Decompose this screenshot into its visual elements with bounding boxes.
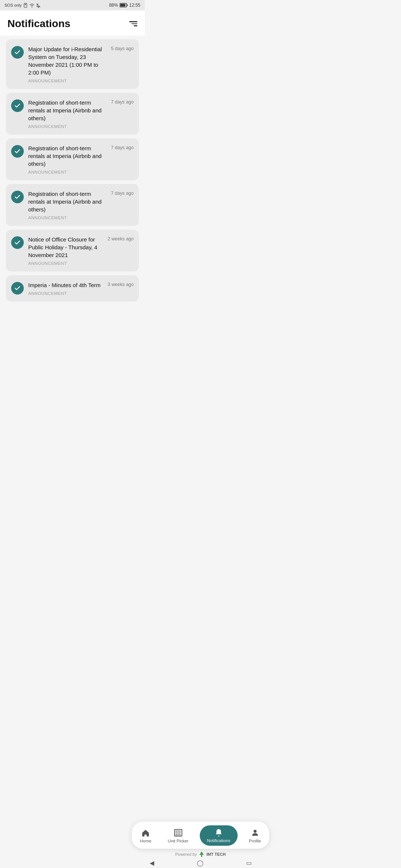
notification-header-row-6: Imperia - Minutes of 4th Term 3 weeks ag…	[28, 281, 134, 289]
notification-type-5: ANNOUNCEMENT	[28, 261, 134, 266]
filter-button[interactable]	[129, 21, 137, 26]
status-bar: SOS only 88% 12:55	[0, 0, 145, 10]
notification-card-1[interactable]: Major Update for i-Residential System on…	[6, 39, 139, 89]
notification-type-6: ANNOUNCEMENT	[28, 291, 134, 296]
notification-card-6[interactable]: Imperia - Minutes of 4th Term 3 weeks ag…	[6, 275, 139, 302]
time-text: 12:55	[129, 3, 140, 8]
check-icon-4	[11, 191, 24, 203]
notification-title-6: Imperia - Minutes of 4th Term	[28, 281, 105, 289]
check-icon-3	[11, 145, 24, 158]
battery-text: 88%	[109, 3, 118, 8]
notification-content-5: Notice of Office Closure for Public Holi…	[28, 236, 134, 266]
notification-header-row-4: Registration of short-term rentals at Im…	[28, 190, 134, 213]
svg-rect-0	[24, 3, 27, 7]
page-title: Notifications	[7, 18, 71, 30]
check-icon-1	[11, 46, 24, 59]
notification-header-row-1: Major Update for i-Residential System on…	[28, 45, 134, 76]
notification-title-3: Registration of short-term rentals at Im…	[28, 144, 108, 168]
check-icon-5	[11, 236, 24, 249]
notification-time-6: 3 weeks ago	[108, 282, 134, 287]
battery-icon	[120, 3, 128, 7]
notification-content-3: Registration of short-term rentals at Im…	[28, 144, 134, 174]
notification-time-1: 5 days ago	[111, 46, 134, 51]
check-icon-2	[11, 99, 24, 112]
svg-rect-4	[120, 4, 125, 7]
sos-only-text: SOS only	[4, 3, 22, 7]
notifications-list: Major Update for i-Residential System on…	[0, 36, 145, 305]
notification-content-2: Registration of short-term rentals at Im…	[28, 99, 134, 129]
notification-card-5[interactable]: Notice of Office Closure for Public Holi…	[6, 230, 139, 272]
notification-time-4: 7 days ago	[111, 191, 134, 196]
notification-card-3[interactable]: Registration of short-term rentals at Im…	[6, 138, 139, 180]
notification-title-5: Notice of Office Closure for Public Holi…	[28, 236, 105, 259]
check-icon-6	[11, 282, 24, 295]
notification-title-1: Major Update for i-Residential System on…	[28, 45, 108, 76]
notification-type-3: ANNOUNCEMENT	[28, 170, 134, 174]
status-left: SOS only	[4, 3, 41, 8]
sim-icon	[23, 3, 28, 8]
notification-time-2: 7 days ago	[111, 99, 134, 105]
svg-rect-5	[127, 4, 127, 6]
notification-time-3: 7 days ago	[111, 145, 134, 150]
notification-header-row-2: Registration of short-term rentals at Im…	[28, 99, 134, 122]
notification-card-2[interactable]: Registration of short-term rentals at Im…	[6, 93, 139, 135]
notification-content-1: Major Update for i-Residential System on…	[28, 45, 134, 83]
notification-type-4: ANNOUNCEMENT	[28, 216, 134, 220]
wifi-icon	[29, 3, 35, 7]
notification-type-2: ANNOUNCEMENT	[28, 124, 134, 129]
notification-title-2: Registration of short-term rentals at Im…	[28, 99, 108, 122]
notification-type-1: ANNOUNCEMENT	[28, 79, 134, 83]
svg-rect-1	[25, 4, 26, 5]
notification-content-6: Imperia - Minutes of 4th Term 3 weeks ag…	[28, 281, 134, 296]
notification-header-row-3: Registration of short-term rentals at Im…	[28, 144, 134, 168]
header: Notifications	[0, 10, 145, 36]
notification-time-5: 2 weeks ago	[108, 236, 134, 241]
notification-header-row-5: Notice of Office Closure for Public Holi…	[28, 236, 134, 259]
status-right: 88% 12:55	[109, 3, 140, 8]
bell-muted-icon	[36, 3, 41, 8]
notification-content-4: Registration of short-term rentals at Im…	[28, 190, 134, 220]
notification-title-4: Registration of short-term rentals at Im…	[28, 190, 108, 213]
notification-card-4[interactable]: Registration of short-term rentals at Im…	[6, 184, 139, 226]
